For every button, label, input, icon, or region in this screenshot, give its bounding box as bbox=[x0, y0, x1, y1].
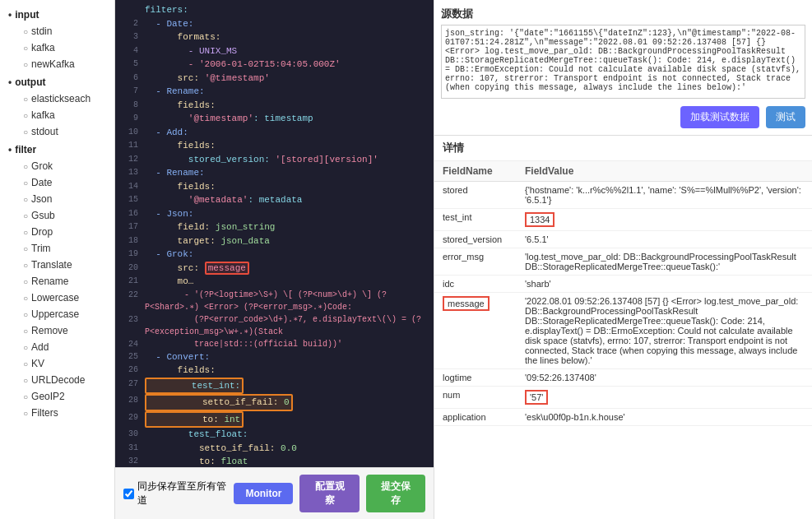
field-name-cell: test_int bbox=[434, 209, 517, 231]
sidebar-item-output-kafka[interactable]: kafka bbox=[0, 107, 114, 123]
sync-checkbox[interactable] bbox=[123, 489, 134, 499]
code-line: 20 src: message bbox=[115, 262, 434, 276]
code-line: 13 - Rename: bbox=[115, 166, 434, 180]
sidebar-item-date[interactable]: Date bbox=[0, 174, 114, 191]
sidebar-item-gsub[interactable]: Gsub bbox=[0, 207, 114, 224]
sidebar-item-add[interactable]: Add bbox=[0, 339, 114, 355]
sidebar-item-remove[interactable]: Remove bbox=[0, 322, 114, 339]
code-line: 9 '@timestamp': timestamp bbox=[115, 112, 434, 126]
code-line: 14 fields: bbox=[115, 180, 434, 194]
source-data-section: 源数据 json_string: '{"date":"1661155\{"dat… bbox=[434, 0, 812, 136]
code-line: 22 - '(?P<logtime>\S+) \[ (?P<num>\d+) \… bbox=[115, 289, 434, 313]
sidebar: input stdin kafka newKafka output elasti… bbox=[0, 0, 115, 519]
sidebar-item-urldecode[interactable]: URLDecode bbox=[0, 372, 114, 388]
save-button[interactable]: 提交保存 bbox=[366, 475, 425, 512]
sidebar-item-elastickseach[interactable]: elastickseach bbox=[0, 90, 114, 107]
code-line: 30 test_float: bbox=[115, 428, 434, 442]
code-line: 6 src: '@timestamp' bbox=[115, 72, 434, 86]
code-line: 3 formats: bbox=[115, 30, 434, 44]
code-line: 26 fields: bbox=[115, 364, 434, 378]
table-row: test_int1334 bbox=[434, 209, 812, 231]
field-value-cell: {'hostname': 'k...r%c%%2l1.1', 'name': '… bbox=[517, 182, 812, 209]
col-header-fieldvalue: FieldValue bbox=[517, 161, 812, 182]
code-line: 8 fields: bbox=[115, 99, 434, 113]
sidebar-item-stdin[interactable]: stdin bbox=[0, 23, 114, 39]
field-value-cell: 'sharb' bbox=[517, 276, 812, 293]
sidebar-item-rename[interactable]: Rename bbox=[0, 273, 114, 290]
source-data-title: 源数据 bbox=[441, 7, 805, 21]
sidebar-item-stdout[interactable]: stdout bbox=[0, 123, 114, 140]
sidebar-item-trim[interactable]: Trim bbox=[0, 240, 114, 257]
detail-title: 详情 bbox=[434, 136, 812, 161]
sidebar-item-filters[interactable]: Filters bbox=[0, 405, 114, 421]
detail-section: 详情 FieldName FieldValue stored{'hostname… bbox=[434, 136, 812, 519]
code-line: 7 - Rename: bbox=[115, 85, 434, 99]
sidebar-item-kv[interactable]: KV bbox=[0, 355, 114, 372]
table-row: num'57' bbox=[434, 387, 812, 409]
code-line: 21 mo… bbox=[115, 275, 434, 289]
field-value-cell: 1334 bbox=[517, 209, 812, 231]
sidebar-section-input: input stdin kafka newKafka bbox=[0, 7, 114, 72]
code-line: 15 '@metadata': metadata bbox=[115, 193, 434, 207]
code-line: 11 fields: bbox=[115, 139, 434, 153]
monitor-button[interactable]: Monitor bbox=[234, 483, 293, 504]
sidebar-item-drop[interactable]: Drop bbox=[0, 224, 114, 240]
test-button[interactable]: 测试 bbox=[766, 106, 805, 128]
right-top-actions: 加载测试数据 测试 bbox=[441, 106, 805, 128]
field-value-cell: '57' bbox=[517, 387, 812, 409]
field-name-cell: application bbox=[434, 409, 517, 426]
code-line: 31 setto_if_fail: 0.0 bbox=[115, 442, 434, 456]
source-data-textarea[interactable]: json_string: '{"date":"1661155\{"dateInZ… bbox=[441, 25, 805, 99]
code-line: 25 - Convert: bbox=[115, 350, 434, 364]
field-name-cell: stored bbox=[434, 182, 517, 209]
table-row: application'esk\u00f0p-b1n.k.house' bbox=[434, 409, 812, 426]
table-row: stored{'hostname': 'k...r%c%%2l1.1', 'na… bbox=[434, 182, 812, 209]
field-value-cell: 'log.test_move_par_old: DB::BackgroundPr… bbox=[517, 248, 812, 276]
code-line: 12 stored_version: '[stored][version]' bbox=[115, 153, 434, 167]
sidebar-section-title-filter: filter bbox=[0, 141, 114, 158]
code-line: 32 to: float bbox=[115, 455, 434, 467]
sidebar-item-grok[interactable]: Grok bbox=[0, 158, 114, 174]
field-value-cell: '09:52:26.137408' bbox=[517, 369, 812, 387]
field-name-cell: message bbox=[434, 293, 517, 369]
field-value-cell: 'esk\u00f0p-b1n.k.house' bbox=[517, 409, 812, 426]
code-line: 19 - Grok: bbox=[115, 248, 434, 262]
sidebar-section-output: output elastickseach kafka stdout bbox=[0, 74, 114, 140]
load-test-data-button[interactable]: 加载测试数据 bbox=[680, 106, 759, 128]
sidebar-item-translate[interactable]: Translate bbox=[0, 257, 114, 273]
sidebar-item-lowercase[interactable]: Lowercase bbox=[0, 290, 114, 306]
sidebar-item-geoip2[interactable]: GeoIP2 bbox=[0, 388, 114, 405]
field-name-cell: num bbox=[434, 387, 517, 409]
sidebar-item-uppercase[interactable]: Uppercase bbox=[0, 306, 114, 322]
sync-checkbox-area: 同步保存置至所有管道 bbox=[123, 480, 227, 507]
code-line: 29 to: int bbox=[115, 411, 434, 429]
sidebar-section-title-output: output bbox=[0, 74, 114, 90]
col-header-fieldname: FieldName bbox=[434, 161, 517, 182]
table-row: idc'sharb' bbox=[434, 276, 812, 293]
code-line: 28 setto_if_fail: 0 bbox=[115, 394, 434, 411]
code-line: 27 test_int: bbox=[115, 378, 434, 395]
detail-table: FieldName FieldValue stored{'hostname': … bbox=[434, 161, 812, 426]
field-value-cell: '6.5.1' bbox=[517, 231, 812, 248]
code-line: 18 target: json_data bbox=[115, 234, 434, 248]
config-button[interactable]: 配置观察 bbox=[299, 475, 359, 512]
sync-label: 同步保存置至所有管道 bbox=[137, 480, 227, 507]
right-panel: 源数据 json_string: '{"date":"1661155\{"dat… bbox=[434, 0, 812, 519]
table-row: message'2022.08.01 09:52:26.137408 [57] … bbox=[434, 293, 812, 369]
table-row: stored_version'6.5.1' bbox=[434, 231, 812, 248]
code-editor[interactable]: filters: 2 - Date: 3 formats: 4 - UNIX_M… bbox=[115, 0, 434, 467]
table-row: logtime'09:52:26.137408' bbox=[434, 369, 812, 387]
sidebar-item-newkafka[interactable]: newKafka bbox=[0, 56, 114, 72]
code-line: 2 - Date: bbox=[115, 17, 434, 31]
field-name-cell: error_msg bbox=[434, 248, 517, 276]
code-line: 24 trace|std:::(official build))' bbox=[115, 338, 434, 350]
sidebar-section-title-input: input bbox=[0, 7, 114, 23]
code-line: 17 field: json_string bbox=[115, 220, 434, 234]
code-line: 10 - Add: bbox=[115, 126, 434, 140]
sidebar-item-kafka[interactable]: kafka bbox=[0, 39, 114, 56]
code-line: 4 - UNIX_MS bbox=[115, 44, 434, 58]
field-value-cell: '2022.08.01 09:52:26.137408 [57] {} <Err… bbox=[517, 293, 812, 369]
sidebar-item-json[interactable]: Json bbox=[0, 191, 114, 207]
editor-container: filters: 2 - Date: 3 formats: 4 - UNIX_M… bbox=[115, 0, 434, 519]
code-line: 5 - '2006-01-02T15:04:05.000Z' bbox=[115, 58, 434, 72]
